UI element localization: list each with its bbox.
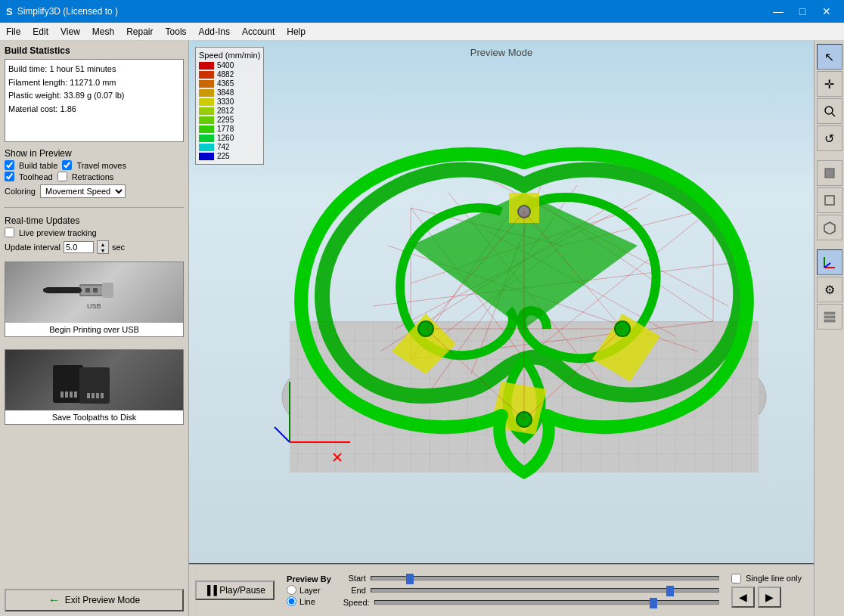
sd-label: Save Toolpaths to Disk xyxy=(5,410,183,424)
end-slider-track[interactable] xyxy=(371,588,719,593)
solid-cube-icon xyxy=(823,166,836,180)
menu-repair[interactable]: Repair xyxy=(120,23,159,40)
title-bar: S Simplify3D (Licensed to ) — □ ✕ xyxy=(0,0,844,23)
left-panel: Build Statistics Build time: 1 hour 51 m… xyxy=(0,41,189,616)
sec-label: sec xyxy=(112,243,125,252)
menu-view[interactable]: View xyxy=(54,23,86,40)
live-preview-label: Live preview tracking xyxy=(19,228,97,237)
sd-image xyxy=(5,350,183,410)
axes-icon xyxy=(823,255,836,269)
menu-addins[interactable]: Add-Ins xyxy=(193,23,236,40)
realtime-label: Real-time Updates xyxy=(5,215,184,226)
filament-length: Filament length: 11271.0 mm xyxy=(8,76,180,90)
toolhead-label: Toolhead xyxy=(19,172,53,181)
build-table-checkbox[interactable] xyxy=(5,160,14,170)
menu-tools[interactable]: Tools xyxy=(160,23,193,40)
end-slider-thumb[interactable] xyxy=(666,586,674,596)
exit-label: Exit Preview Mode xyxy=(65,595,140,605)
app-icon: S xyxy=(6,6,13,17)
svg-marker-64 xyxy=(824,222,835,234)
single-line-label: Single line only xyxy=(746,574,802,583)
wire-view-button[interactable] xyxy=(817,187,842,213)
usb-icon: USB xyxy=(42,266,147,319)
cursor-tool-button[interactable]: ↖ xyxy=(817,44,842,70)
maximize-button[interactable]: □ xyxy=(791,0,814,23)
coloring-select[interactable]: Movement Speed Feature Type Temperature … xyxy=(40,184,126,198)
svg-rect-68 xyxy=(824,312,835,314)
menu-edit[interactable]: Edit xyxy=(26,23,54,40)
show-preview-section: Show in Preview Build table Travel moves… xyxy=(5,145,184,201)
menu-mesh[interactable]: Mesh xyxy=(86,23,120,40)
bottom-bar: ▐▐ Play/Pause Preview By Layer Line Star… xyxy=(189,563,814,616)
move-tool-button[interactable]: ✛ xyxy=(817,71,842,97)
zoom-tool-button[interactable] xyxy=(817,98,842,124)
solid-view-button[interactable] xyxy=(817,160,842,186)
exit-arrow-icon: ← xyxy=(48,593,61,607)
build-stats-box: Build time: 1 hour 51 minutes Filament l… xyxy=(5,59,184,142)
rotate-tool-button[interactable]: ↺ xyxy=(817,125,842,151)
travel-moves-checkbox[interactable] xyxy=(62,160,72,170)
zoom-icon xyxy=(823,104,836,118)
spin-down[interactable]: ▼ xyxy=(98,247,108,253)
prev-button[interactable]: ◀ xyxy=(731,587,755,608)
svg-line-61 xyxy=(832,113,835,116)
speed-slider-track[interactable] xyxy=(374,600,719,605)
plastic-weight: Plastic weight: 33.89 g (0.07 lb) xyxy=(8,89,180,103)
svg-rect-62 xyxy=(825,169,834,178)
material-cost: Material cost: 1.86 xyxy=(8,103,180,116)
model-container xyxy=(250,79,799,503)
layers-button[interactable] xyxy=(817,304,842,330)
menu-bar: File Edit View Mesh Repair Tools Add-Ins… xyxy=(0,23,844,41)
line-radio[interactable] xyxy=(287,596,296,606)
start-label: Start xyxy=(343,574,366,583)
layer-radio[interactable] xyxy=(287,585,296,595)
svg-rect-16 xyxy=(101,393,104,398)
svg-rect-14 xyxy=(92,393,95,398)
axes-button[interactable] xyxy=(817,249,842,275)
app-title: Simplify3D (Licensed to ) xyxy=(17,6,118,17)
iso-view-button[interactable] xyxy=(817,215,842,240)
toolhead-checkbox[interactable] xyxy=(5,172,14,181)
build-time: Build time: 1 hour 51 minutes xyxy=(8,63,180,76)
start-slider-thumb[interactable] xyxy=(406,574,414,584)
spin-up[interactable]: ▲ xyxy=(98,241,108,247)
svg-rect-10 xyxy=(70,392,73,398)
iso-icon xyxy=(823,221,836,234)
layer-label: Layer xyxy=(299,586,321,595)
live-preview-checkbox[interactable] xyxy=(5,228,14,237)
start-slider-track[interactable] xyxy=(371,576,719,580)
travel-moves-label: Travel moves xyxy=(76,161,126,170)
single-line-checkbox[interactable] xyxy=(731,574,741,583)
retractions-checkbox[interactable] xyxy=(57,172,67,181)
retractions-label: Retractions xyxy=(72,172,114,181)
play-pause-button[interactable]: ▐▐ Play/Pause xyxy=(195,580,275,600)
build-stats-title: Build Statistics xyxy=(5,45,184,56)
interval-input[interactable] xyxy=(64,241,94,253)
speed-slider-thumb[interactable] xyxy=(650,598,657,608)
preview-by-section: Preview By Layer Line xyxy=(287,574,331,606)
usb-image: USB xyxy=(5,262,183,323)
interval-spinner[interactable]: ▲ ▼ xyxy=(97,240,109,254)
canvas-area[interactable]: Speed (mm/min) 5400 4882 4365 3848 3330 … xyxy=(189,41,814,563)
svg-rect-69 xyxy=(824,316,835,318)
end-label: End xyxy=(343,586,366,595)
svg-rect-2 xyxy=(81,286,104,295)
show-preview-label: Show in Preview xyxy=(5,148,184,159)
menu-account[interactable]: Account xyxy=(236,23,281,40)
main-area: Build Statistics Build time: 1 hour 51 m… xyxy=(0,41,844,616)
sd-card[interactable]: Save Toolpaths to Disk xyxy=(5,349,184,425)
preview-by-label: Preview By xyxy=(287,574,331,583)
next-button[interactable]: ▶ xyxy=(758,587,781,608)
menu-file[interactable]: File xyxy=(0,23,26,40)
right-toolbar: ↖ ✛ ↺ ⚙ xyxy=(814,41,844,616)
svg-rect-8 xyxy=(61,392,64,398)
svg-rect-9 xyxy=(65,392,68,398)
minimize-button[interactable]: — xyxy=(767,0,790,23)
exit-preview-button[interactable]: ← Exit Preview Mode xyxy=(5,589,184,611)
svg-rect-3 xyxy=(85,288,90,293)
line-label: Line xyxy=(299,597,315,606)
usb-print-card[interactable]: USB Begin Printing over USB xyxy=(5,262,184,337)
settings-button[interactable]: ⚙ xyxy=(817,277,842,302)
menu-help[interactable]: Help xyxy=(281,23,312,40)
close-button[interactable]: ✕ xyxy=(815,0,838,23)
